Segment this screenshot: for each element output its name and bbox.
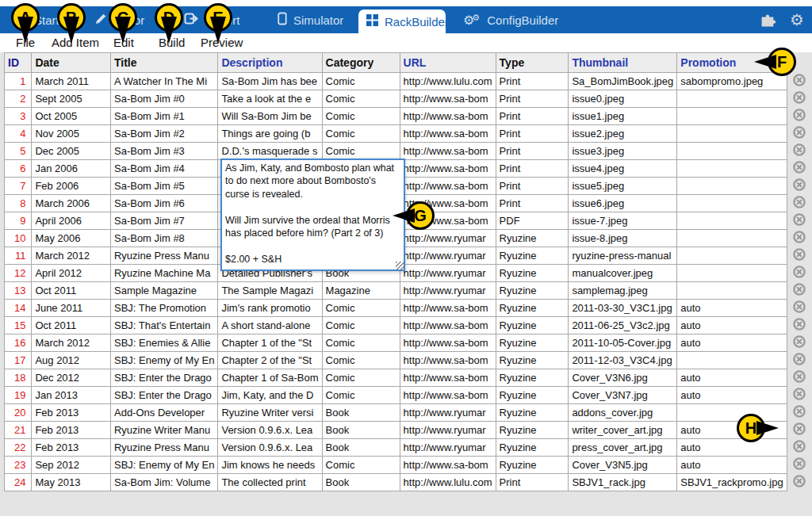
cell-title[interactable]: SBJ: The Promotion — [110, 300, 217, 317]
cell-promotion[interactable] — [677, 212, 787, 230]
cell-id[interactable]: 1 — [5, 73, 32, 90]
description-editor[interactable]: As Jim, Katy, and Bombosto plan what to … — [220, 159, 405, 271]
cell-type[interactable]: Print — [496, 178, 569, 195]
cell-description[interactable]: Chapter 1 of the "St — [218, 334, 322, 352]
cell-id[interactable]: 8 — [5, 195, 32, 212]
cell-thumbnail[interactable]: issue1.jpeg — [569, 108, 677, 125]
cell-title[interactable]: SBJ: Enemies & Allie — [110, 334, 217, 352]
cell-date[interactable]: April 2006 — [32, 212, 111, 230]
cell-promotion[interactable]: auto — [677, 334, 787, 352]
cell-thumbnail[interactable]: addons_cover.jpg — [569, 404, 677, 422]
cell-type[interactable]: Print — [496, 160, 569, 178]
cell-type[interactable]: Print — [496, 125, 569, 143]
cell-description[interactable]: Version 0.9.6.x. Lea — [218, 422, 322, 439]
cell-date[interactable]: Nov 2005 — [32, 125, 111, 143]
cell-promotion[interactable] — [677, 265, 787, 282]
cell-description[interactable]: Version 0.9.6.x. Lea — [218, 439, 322, 457]
cell-thumbnail[interactable]: issue0.jpeg — [569, 90, 677, 108]
cell-date[interactable]: Sep 2012 — [32, 457, 111, 474]
cell-description[interactable]: Jim knows he needs — [218, 457, 322, 474]
header-thumbnail[interactable]: Thumbnail — [569, 53, 677, 73]
cell-type[interactable]: Ryuzine — [496, 369, 569, 387]
cell-description[interactable]: The Sample Magazi — [218, 282, 322, 300]
cell-thumbnail[interactable]: 2011-03-30_V3C1.jpg — [569, 300, 677, 317]
cell-date[interactable]: Jan 2013 — [32, 387, 111, 404]
cell-type[interactable]: Ryuzine — [496, 387, 569, 404]
cell-category[interactable]: Comic — [322, 387, 400, 404]
cell-title[interactable]: Ryuzine Press Manu — [110, 247, 217, 265]
tab-rackbuilder[interactable]: RackBuilder — [358, 10, 446, 33]
cell-description[interactable]: Things are going (b — [218, 125, 322, 143]
cell-id[interactable]: 13 — [5, 282, 32, 300]
cell-type[interactable]: Ryuzine — [496, 300, 569, 317]
cell-title[interactable]: Ryuzine Machine Ma — [110, 265, 217, 282]
cell-promotion[interactable]: auto — [677, 457, 787, 474]
cell-id[interactable]: 14 — [5, 300, 32, 317]
cell-url[interactable]: http://www.sa-bom — [400, 178, 496, 195]
cell-thumbnail[interactable]: Cover_V3N7.jpg — [569, 387, 677, 404]
cell-category[interactable]: Comic — [322, 108, 400, 125]
cell-description[interactable]: The collected print — [218, 474, 322, 491]
cell-id[interactable]: 20 — [5, 404, 32, 422]
cell-thumbnail[interactable]: issue2.jpeg — [569, 125, 677, 143]
cell-thumbnail[interactable]: issue4.jpeg — [569, 160, 677, 178]
cell-id[interactable]: 9 — [5, 212, 32, 230]
cell-description[interactable]: Take a look at the e — [218, 90, 322, 108]
cell-thumbnail[interactable]: SBJV1_rack.jpg — [569, 474, 677, 491]
cell-promotion[interactable] — [677, 90, 787, 108]
cell-thumbnail[interactable]: issue6.jpeg — [569, 195, 677, 212]
cell-url[interactable]: http://www.lulu.com — [400, 73, 496, 90]
cell-thumbnail[interactable]: Sa_BomJimBook.jpeg — [569, 73, 677, 90]
cell-id[interactable]: 5 — [5, 143, 32, 160]
cell-thumbnail[interactable]: 2011-12-03_V3C4.jpg — [569, 352, 677, 369]
cell-promotion[interactable] — [677, 282, 787, 300]
cell-title[interactable]: Sa-Bom Jim: Volume — [110, 474, 217, 491]
cell-type[interactable]: Ryuzine — [496, 422, 569, 439]
cell-type[interactable]: Print — [496, 474, 569, 491]
cell-id[interactable]: 16 — [5, 334, 32, 352]
cell-promotion[interactable] — [677, 352, 787, 369]
delete-row-button[interactable] — [787, 178, 811, 195]
delete-row-button[interactable] — [787, 369, 811, 387]
cell-thumbnail[interactable]: samplemag.jpeg — [569, 282, 677, 300]
header-type[interactable]: Type — [496, 53, 569, 73]
cell-date[interactable]: Dec 2005 — [32, 143, 111, 160]
cell-url[interactable]: http://www.sa-bom — [400, 143, 496, 160]
cell-url[interactable]: http://www.lulu.com — [400, 474, 496, 491]
cell-description[interactable]: D.D.'s masquerade s — [218, 143, 322, 160]
cell-title[interactable]: Sa-Bom Jim #2 — [110, 125, 217, 143]
cell-url[interactable]: http://www.sa-bom — [400, 352, 496, 369]
cell-thumbnail[interactable]: writer_cover_art.jpg — [569, 422, 677, 439]
cell-description[interactable]: Will Sa-Bom Jim be — [218, 108, 322, 125]
cell-date[interactable]: May 2006 — [32, 230, 111, 247]
cell-id[interactable]: 18 — [5, 369, 32, 387]
cell-title[interactable]: SBJ: That's Entertain — [110, 317, 217, 334]
cell-date[interactable]: Oct 2011 — [32, 282, 111, 300]
cell-type[interactable]: Ryuzine — [496, 352, 569, 369]
cell-url[interactable]: http://www.sa-bom — [400, 300, 496, 317]
delete-row-button[interactable] — [787, 352, 811, 369]
cell-thumbnail[interactable]: ryuzine-press-manual — [569, 247, 677, 265]
cell-title[interactable]: Ryuzine Press Manu — [110, 439, 217, 457]
cell-promotion[interactable] — [677, 178, 787, 195]
delete-row-button[interactable] — [787, 160, 811, 178]
delete-row-button[interactable] — [787, 387, 811, 404]
cell-url[interactable]: http://www.sa-bom — [400, 90, 496, 108]
cell-description[interactable]: Chapter 2 of the "St — [218, 352, 322, 369]
cell-promotion[interactable] — [677, 404, 787, 422]
cell-category[interactable]: Comic — [322, 90, 400, 108]
cell-category[interactable]: Book — [322, 404, 400, 422]
delete-row-button[interactable] — [787, 90, 811, 108]
cell-url[interactable]: http://www.sa-bom — [400, 457, 496, 474]
delete-row-button[interactable] — [787, 457, 811, 474]
delete-row-button[interactable] — [787, 317, 811, 334]
cell-title[interactable]: Sa-Bom Jim #8 — [110, 230, 217, 247]
cell-promotion[interactable] — [677, 195, 787, 212]
cell-promotion[interactable]: auto — [677, 387, 787, 404]
cell-date[interactable]: March 2011 — [32, 73, 111, 90]
cell-date[interactable]: Dec 2012 — [32, 369, 111, 387]
cell-title[interactable]: A Watcher In The Mi — [110, 73, 217, 90]
cell-thumbnail[interactable]: 2011-06-25_V3c2.jpg — [569, 317, 677, 334]
cell-id[interactable]: 11 — [5, 247, 32, 265]
cell-title[interactable]: Sa-Bom Jim #4 — [110, 160, 217, 178]
